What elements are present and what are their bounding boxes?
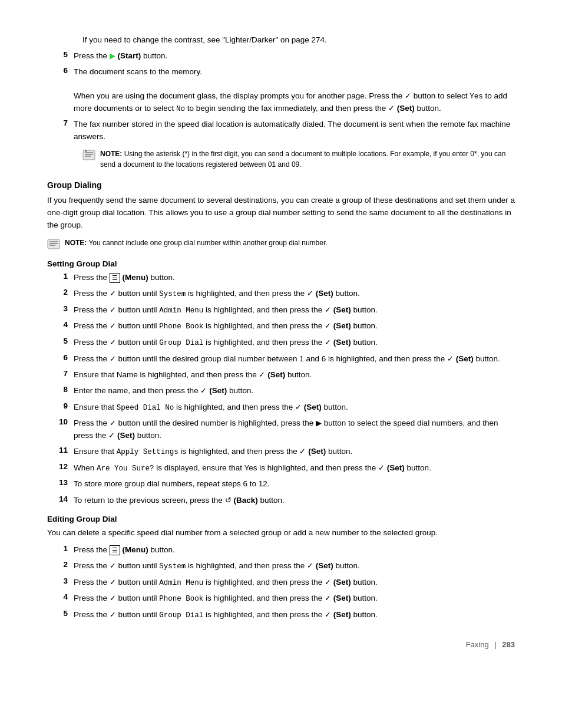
setting-step-3-content: Press the ✓ button until Admin Menu is h…	[74, 304, 515, 317]
setting-step-14-num: 14	[47, 495, 74, 503]
setting-step-1-num: 1	[47, 272, 74, 281]
set-check-icon: ✓	[388, 103, 395, 114]
subsection-editing-group-dial: Editing Group Dial	[47, 515, 515, 523]
setting-step-1-content: Press the ☰ (Menu) button.	[74, 272, 515, 284]
down-icon-5: ✓	[110, 337, 116, 348]
footer-section: Faxing	[466, 640, 489, 649]
setting-step-12-content: When Are You Sure? is displayed, ensure …	[74, 462, 515, 475]
setting-step-12-num: 12	[47, 462, 74, 471]
down-icon-6: ✓	[110, 353, 116, 365]
editing-step-5-num: 5	[47, 609, 74, 618]
editing-step-4: 4 Press the ✓ button until Phone Book is…	[47, 592, 515, 605]
setting-step-5: 5 Press the ✓ button until Group Dial is…	[47, 337, 515, 349]
note-1-text: NOTE: Using the asterisk (*) in the firs…	[100, 149, 515, 170]
setting-step-5-content: Press the ✓ button until Group Dial is h…	[74, 337, 515, 349]
intro-text: If you need to change the contrast, see …	[82, 35, 515, 44]
check-icon-3: ✓	[325, 304, 331, 316]
check-icon-12: ✓	[378, 462, 385, 474]
down-icon-e3: ✓	[110, 577, 116, 588]
note-2: NOTE: You cannot include one group dial …	[47, 238, 515, 251]
step-5-content: Press the ▶ (Start) button.	[74, 50, 515, 62]
setting-step-3: 3 Press the ✓ button until Admin Menu is…	[47, 304, 515, 317]
setting-step-13-num: 13	[47, 478, 74, 487]
step-7-content: The fax number stored in the speed dial …	[74, 118, 515, 143]
setting-step-6-content: Press the ✓ button until the desired gro…	[74, 353, 515, 365]
check-icon-8: ✓	[200, 385, 207, 397]
footer-page: 283	[502, 640, 515, 649]
check-icon-6: ✓	[447, 353, 454, 365]
editing-step-3-num: 3	[47, 577, 74, 585]
check-icon-4: ✓	[325, 320, 331, 332]
check-icon-e2: ✓	[307, 560, 313, 572]
setting-step-13-content: To store more group dial numbers, repeat…	[74, 478, 515, 490]
setting-step-10: 10 Press the ✓ button until the desired …	[47, 417, 515, 442]
check-icon-7: ✓	[259, 369, 265, 381]
note-1: ✎ NOTE: Using the asterisk (*) in the fi…	[82, 149, 515, 170]
setting-step-4-content: Press the ✓ button until Phone Book is h…	[74, 320, 515, 332]
step-5-num: 5	[47, 50, 74, 59]
down-icon-e4: ✓	[110, 592, 116, 604]
setting-step-9-content: Ensure that Speed Dial No is highlighted…	[74, 401, 515, 414]
setting-step-9: 9 Ensure that Speed Dial No is highlight…	[47, 401, 515, 414]
setting-step-9-num: 9	[47, 401, 74, 410]
setting-step-13: 13 To store more group dial numbers, rep…	[47, 478, 515, 490]
editing-step-1: 1 Press the ☰ (Menu) button.	[47, 544, 515, 556]
setting-step-11-num: 11	[47, 446, 74, 454]
check-icon-5: ✓	[325, 337, 331, 348]
check-icon-e5: ✓	[325, 609, 331, 621]
footer: Faxing | 283	[466, 640, 515, 649]
right-icon-10: ▶	[316, 417, 322, 429]
setting-step-2: 2 Press the ✓ button until System is hig…	[47, 288, 515, 300]
setting-step-14: 14 To return to the previous screen, pre…	[47, 495, 515, 506]
step-6: 6 The document scans to the memory. When…	[47, 66, 515, 114]
note-2-label: NOTE:	[65, 239, 87, 247]
step-7: 7 The fax number stored in the speed dia…	[47, 118, 515, 143]
setting-step-2-content: Press the ✓ button until System is highl…	[74, 288, 515, 300]
setting-step-8-num: 8	[47, 385, 74, 394]
note-2-icon	[47, 239, 60, 251]
setting-step-10-num: 10	[47, 417, 74, 426]
setting-step-10-content: Press the ✓ button until the desired num…	[74, 417, 515, 442]
note-2-text: NOTE: You cannot include one group dial …	[65, 238, 328, 248]
step-6-content: The document scans to the memory. When y…	[74, 66, 515, 114]
setting-steps-list: 1 Press the ☰ (Menu) button. 2 Press the…	[47, 272, 515, 506]
setting-step-2-num: 2	[47, 288, 74, 297]
check-icon-11: ✓	[299, 446, 306, 457]
note-1-label: NOTE:	[100, 150, 122, 158]
editing-step-1-content: Press the ☰ (Menu) button.	[74, 544, 515, 556]
setting-step-6: 6 Press the ✓ button until the desired g…	[47, 353, 515, 365]
setting-step-6-num: 6	[47, 353, 74, 362]
footer-divider: |	[494, 640, 496, 649]
down-icon-e2: ✓	[110, 560, 116, 572]
note-1-icon: ✎	[82, 150, 95, 162]
editing-step-5: 5 Press the ✓ button until Group Dial is…	[47, 609, 515, 621]
step-6-num: 6	[47, 66, 74, 75]
editing-step-3: 3 Press the ✓ button until Admin Menu is…	[47, 577, 515, 589]
setting-step-8: 8 Enter the name, and then press the ✓ (…	[47, 385, 515, 397]
setting-step-5-num: 5	[47, 337, 74, 345]
down-icon-3: ✓	[110, 304, 116, 316]
editing-step-2: 2 Press the ✓ button until System is hig…	[47, 560, 515, 572]
menu-icon-e1: ☰	[110, 545, 120, 555]
editing-step-2-num: 2	[47, 560, 74, 569]
setting-step-4: 4 Press the ✓ button until Phone Book is…	[47, 320, 515, 332]
page: If you need to change the contrast, see …	[0, 0, 562, 673]
setting-step-7-content: Ensure that Name is highlighted, and the…	[74, 369, 515, 381]
setting-step-7: 7 Ensure that Name is highlighted, and t…	[47, 369, 515, 381]
down-icon-10: ✓	[110, 417, 116, 429]
down-icon-4: ✓	[110, 320, 116, 332]
subsection-setting-group-dial: Setting Group Dial	[47, 259, 515, 268]
group-dialing-para: If you frequently send the same document…	[47, 195, 515, 232]
step-5: 5 Press the ▶ (Start) button.	[47, 50, 515, 62]
down-arrow-icon: ✓	[405, 90, 411, 102]
editing-steps-list: 1 Press the ☰ (Menu) button. 2 Press the…	[47, 544, 515, 621]
setting-step-14-content: To return to the previous screen, press …	[74, 495, 515, 506]
setting-step-8-content: Enter the name, and then press the ✓ (Se…	[74, 385, 515, 397]
step-7-num: 7	[47, 118, 74, 127]
setting-step-12: 12 When Are You Sure? is displayed, ensu…	[47, 462, 515, 475]
menu-icon: ☰	[110, 273, 120, 283]
setting-step-7-num: 7	[47, 369, 74, 378]
setting-step-1: 1 Press the ☰ (Menu) button.	[47, 272, 515, 284]
setting-step-3-num: 3	[47, 304, 74, 313]
editing-step-4-content: Press the ✓ button until Phone Book is h…	[74, 592, 515, 605]
